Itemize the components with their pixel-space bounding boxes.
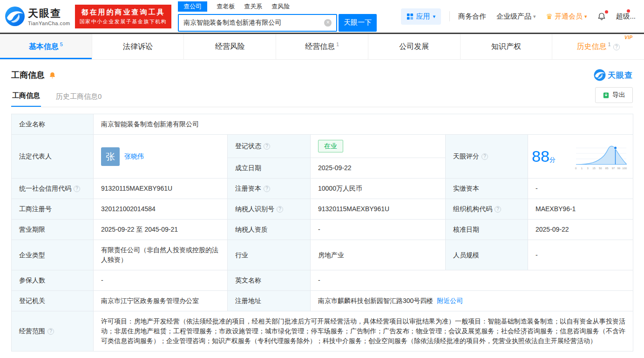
- table-row: 工商注册号 320121002014584 纳税人识别号 91320115MAE…: [12, 199, 633, 220]
- taxpayer-id-value: 91320115MAEXBY961U: [311, 199, 446, 220]
- chevron-down-icon: ▾: [533, 14, 536, 20]
- subtab-business-registration[interactable]: 工商信息: [11, 87, 41, 107]
- search-tab-boss[interactable]: 查老板: [217, 1, 235, 12]
- slogan-badge: 都在用的商业查询工具 国家中小企业发展子基金旗下机构: [75, 5, 172, 28]
- score-label: 天眼评分: [446, 135, 528, 179]
- business-cooperation-link[interactable]: 商务合作: [458, 12, 486, 21]
- org-code-value: MAEXBY96-1: [528, 199, 633, 220]
- open-vip-link[interactable]: ♛ 开通会员 ▾: [546, 12, 587, 21]
- approval-date-value: 2025-09-22: [528, 220, 633, 240]
- info-icon[interactable]: [277, 206, 283, 213]
- industry-value: 房地产业: [311, 240, 446, 270]
- info-icon[interactable]: [264, 143, 270, 150]
- watermark-logo: 天眼查: [594, 69, 633, 81]
- notification-dot: [605, 10, 608, 14]
- staff-size-value: -: [528, 240, 633, 270]
- svg-text:85: 85: [605, 166, 609, 169]
- taxpayer-id-label: 纳税人识别号: [228, 199, 311, 220]
- info-icon[interactable]: [74, 186, 80, 192]
- main-content: 工商信息 天眼查 工商信息 历史工商信息0 导出: [0, 69, 644, 351]
- tab-legal-proceedings[interactable]: 法律诉讼: [92, 34, 184, 59]
- search-tab-company[interactable]: 查公司: [178, 1, 207, 12]
- tab-intellectual-property[interactable]: 知识产权: [461, 34, 553, 59]
- svg-text:99: 99: [617, 166, 620, 169]
- table-row: 企业名称 南京智能装备制造创新港有限公司: [12, 114, 633, 135]
- english-name-value: -: [311, 270, 633, 291]
- legal-rep-link[interactable]: 张晓伟: [124, 151, 144, 161]
- table-row: 参保人数 - 英文名称 -: [12, 270, 633, 291]
- tab-history-info[interactable]: VIP 历史信息1: [552, 34, 644, 59]
- svg-text:100: 100: [622, 166, 627, 169]
- legal-rep-avatar[interactable]: 张: [101, 147, 120, 166]
- svg-text:0: 0: [575, 166, 577, 169]
- search-tabs: 查公司 查老板 查关系 查风险: [178, 1, 377, 12]
- notification-dot: [627, 9, 630, 13]
- search-input[interactable]: [179, 19, 324, 27]
- status-badge: 在业: [318, 140, 343, 152]
- reg-capital-value: 10000万人民币: [311, 179, 446, 199]
- english-name-label: 英文名称: [228, 270, 311, 291]
- svg-text:97: 97: [612, 166, 615, 169]
- credit-code-value: 91320115MAEXBY961U: [94, 179, 228, 199]
- company-name-value: 南京智能装备制造创新港有限公司: [94, 114, 633, 135]
- reg-address-label: 注册地址: [228, 291, 311, 311]
- enterprise-products-link[interactable]: 企业级产品 ▾: [496, 12, 536, 21]
- export-button[interactable]: 导出: [595, 87, 633, 103]
- insured-count-label: 参保人数: [12, 270, 94, 291]
- header-right-menu: 应用 ▾ 商务合作 企业级产品 ▾ ♛ 开通会员 ▾ 超级...: [401, 8, 636, 25]
- table-row: 营业期限 2025-09-22 至 2045-09-21 纳税人资质 - 核准日…: [12, 220, 633, 240]
- slogan-line1: 都在用的商业查询工具: [80, 8, 167, 17]
- logo-title: 天眼查: [28, 7, 70, 21]
- info-icon[interactable]: [264, 186, 270, 192]
- vip-flag: VIP: [624, 35, 633, 40]
- search-button[interactable]: 天眼一下: [339, 14, 377, 32]
- company-type-label: 企业类型: [12, 240, 94, 270]
- apps-button[interactable]: 应用 ▾: [401, 8, 441, 25]
- paid-capital-value: -: [528, 179, 633, 199]
- business-term-label: 营业期限: [12, 220, 94, 240]
- search-tab-risk[interactable]: 查风险: [271, 1, 290, 12]
- insured-count-value: -: [94, 270, 228, 291]
- monitor-bell-icon[interactable]: [48, 71, 56, 79]
- tianyancha-wave-icon: [594, 69, 606, 81]
- approval-date-label: 核准日期: [446, 220, 528, 240]
- score-distribution-chart: 0 1 3 15 50 85 97 99 100: [574, 142, 629, 171]
- super-vip-link[interactable]: 超级...: [616, 12, 636, 21]
- info-icon[interactable]: [481, 153, 488, 160]
- tianyancha-logo[interactable]: 天眼查 TianYanCha.com: [5, 6, 70, 27]
- subtab-history-registration[interactable]: 历史工商信息0: [55, 88, 102, 107]
- section-title: 工商信息: [11, 69, 45, 81]
- score-unit: 分: [549, 156, 556, 163]
- tab-operational-risk[interactable]: 经营风险: [184, 34, 276, 59]
- establish-date-label: 成立日期: [228, 158, 311, 179]
- clear-search-icon[interactable]: ×: [324, 19, 332, 27]
- paid-capital-label: 实缴资本: [446, 179, 528, 199]
- business-scope-value: 许可项目：房地产开发经营（依法须经批准的项目，经相关部门批准后方可开展经营活动，…: [94, 311, 633, 351]
- search-box: ×: [178, 14, 337, 32]
- info-icon[interactable]: [47, 328, 54, 335]
- reg-number-value: 320121002014584: [94, 199, 228, 220]
- reg-number-label: 工商注册号: [12, 199, 94, 220]
- tab-business-info[interactable]: 经营信息1: [276, 34, 368, 59]
- company-nav-tabs: 基本信息5 法律诉讼 经营风险 经营信息1 公司发展 知识产权 VIP 历史信息…: [0, 34, 644, 60]
- chevron-down-icon: ▾: [584, 14, 587, 20]
- business-scope-label: 经营范围: [12, 311, 94, 351]
- reg-status-value: 在业: [311, 135, 446, 158]
- taxpayer-quality-value: -: [311, 220, 446, 240]
- chevron-down-icon: ▾: [433, 14, 436, 20]
- score-cell: 88分 0 1 3 15 50: [528, 135, 633, 179]
- reg-status-label: 登记状态: [228, 135, 311, 158]
- search-tab-relation[interactable]: 查关系: [244, 1, 262, 12]
- info-icon[interactable]: [613, 44, 620, 50]
- svg-text:1: 1: [581, 166, 583, 169]
- svg-text:50: 50: [599, 166, 602, 169]
- tab-basic-info[interactable]: 基本信息5: [0, 34, 92, 59]
- nearby-companies-link[interactable]: 附近公司: [437, 297, 463, 304]
- reg-address-value: 南京市麒麟科技创新园智汇路300号四楼 附近公司: [311, 291, 633, 311]
- industry-label: 行业: [228, 240, 311, 270]
- svg-text:3: 3: [587, 166, 589, 169]
- notifications-bell-icon[interactable]: [597, 12, 606, 21]
- info-icon[interactable]: [495, 206, 501, 213]
- tab-company-development[interactable]: 公司发展: [368, 34, 461, 59]
- staff-size-label: 人员规模: [446, 240, 528, 270]
